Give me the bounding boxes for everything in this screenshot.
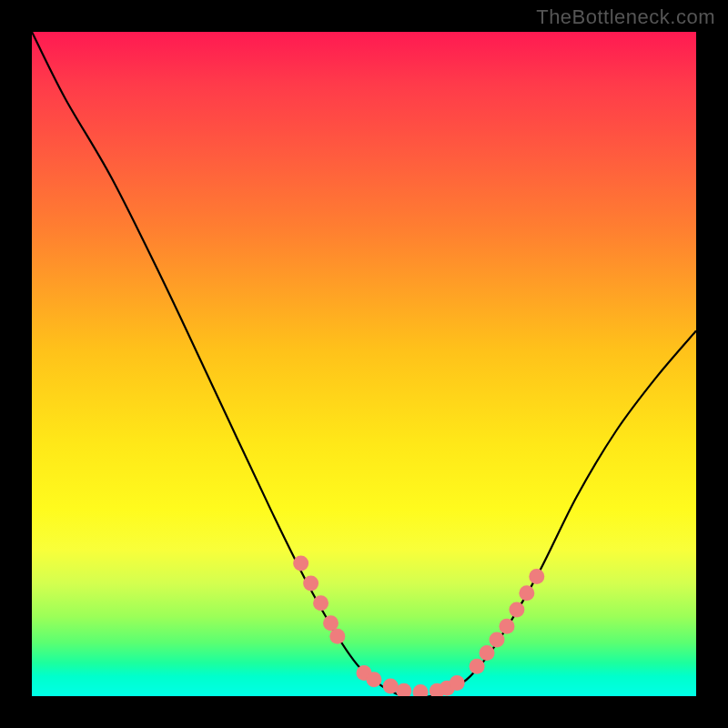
chart-marker [293, 556, 308, 571]
chart-marker [323, 615, 339, 631]
watermark-text: TheBottleneck.com [536, 5, 715, 29]
chart-marker [450, 675, 465, 691]
chart-marker [470, 659, 485, 674]
chart-marker [396, 683, 411, 696]
chart-marker [383, 679, 399, 694]
chart-marker [480, 645, 495, 661]
chart-marker [509, 602, 524, 618]
chart-marker [529, 569, 544, 584]
chart-svg [32, 32, 696, 696]
chart-marker [490, 632, 505, 647]
chart-marker [499, 619, 514, 634]
chart-marker [519, 585, 534, 601]
chart-curve [32, 32, 696, 696]
chart-markers [293, 556, 544, 697]
chart-plot-area [32, 32, 696, 696]
chart-marker [313, 595, 329, 611]
chart-marker [413, 684, 429, 696]
chart-marker [329, 629, 345, 644]
chart-marker [303, 575, 318, 591]
chart-marker [366, 672, 381, 687]
